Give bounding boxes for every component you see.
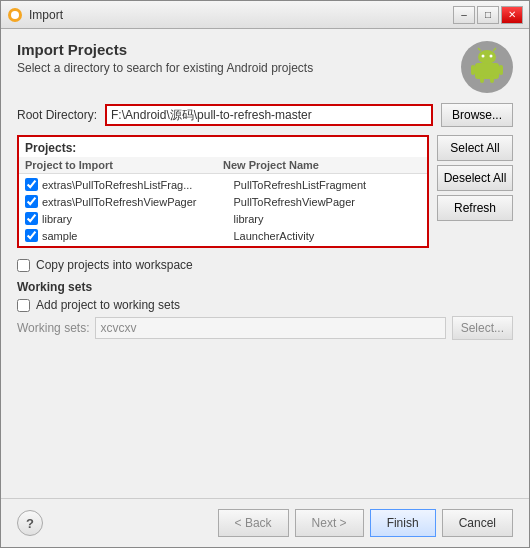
dialog-header: Import Projects Select a directory to se… [17, 41, 513, 93]
projects-section: Projects: Project to Import New Project … [17, 135, 429, 248]
svg-point-1 [11, 11, 19, 19]
col-newname-header: New Project Name [223, 159, 421, 171]
dialog-title-area: Import Projects Select a directory to se… [17, 41, 451, 75]
main-content: Import Projects Select a directory to se… [1, 29, 529, 494]
root-directory-row: Root Directory: Browse... [17, 103, 513, 127]
root-dir-label: Root Directory: [17, 108, 97, 122]
footer-left: ? [17, 510, 43, 536]
window-controls: – □ ✕ [453, 6, 523, 24]
table-row: extras\PullToRefreshViewPagerPullToRefre… [25, 193, 421, 210]
svg-rect-6 [480, 75, 484, 83]
project-newname-1: PullToRefreshViewPager [234, 196, 422, 208]
project-name-3: sample [42, 230, 230, 242]
project-name-2: library [42, 213, 230, 225]
help-button[interactable]: ? [17, 510, 43, 536]
table-row: extras\PullToRefreshListFrag...PullToRef… [25, 176, 421, 193]
svg-point-8 [478, 50, 496, 64]
projects-rows: extras\PullToRefreshListFrag...PullToRef… [19, 174, 427, 246]
android-logo [461, 41, 513, 93]
add-working-sets-checkbox[interactable] [17, 299, 30, 312]
svg-rect-5 [499, 65, 503, 75]
project-name-0: extras\PullToRefreshListFrag... [42, 179, 230, 191]
svg-rect-3 [475, 63, 499, 79]
projects-section-wrap: Projects: Project to Import New Project … [17, 135, 429, 248]
next-button[interactable]: Next > [295, 509, 364, 537]
cancel-button[interactable]: Cancel [442, 509, 513, 537]
projects-label: Projects: [19, 137, 427, 157]
title-bar: Import – □ ✕ [1, 1, 529, 29]
table-row: sampleLauncherActivity [25, 227, 421, 244]
copy-projects-row: Copy projects into workspace [17, 258, 513, 272]
col-project-header: Project to Import [25, 159, 223, 171]
project-checkbox-0[interactable] [25, 178, 38, 191]
project-checkbox-1[interactable] [25, 195, 38, 208]
working-sets-select-button[interactable]: Select... [452, 316, 513, 340]
side-buttons: Select All Deselect All Refresh [437, 135, 513, 221]
finish-button[interactable]: Finish [370, 509, 436, 537]
footer-separator [1, 498, 529, 499]
window-icon [7, 7, 23, 23]
footer-center: < Back Next > Finish Cancel [218, 509, 513, 537]
close-button[interactable]: ✕ [501, 6, 523, 24]
minimize-button[interactable]: – [453, 6, 475, 24]
dialog-subtitle: Select a directory to search for existin… [17, 61, 451, 75]
maximize-button[interactable]: □ [477, 6, 499, 24]
projects-outer: Projects: Project to Import New Project … [17, 135, 513, 248]
root-dir-input[interactable] [105, 104, 433, 126]
add-working-sets-label: Add project to working sets [36, 298, 180, 312]
table-row: librarylibrary [25, 210, 421, 227]
copy-projects-checkbox[interactable] [17, 259, 30, 272]
project-newname-3: LauncherActivity [234, 230, 422, 242]
projects-table-header: Project to Import New Project Name [19, 157, 427, 174]
deselect-all-button[interactable]: Deselect All [437, 165, 513, 191]
working-sets-section: Working sets Add project to working sets… [17, 280, 513, 340]
back-button[interactable]: < Back [218, 509, 289, 537]
copy-projects-label: Copy projects into workspace [36, 258, 193, 272]
select-all-button[interactable]: Select All [437, 135, 513, 161]
svg-rect-4 [471, 65, 475, 75]
refresh-button[interactable]: Refresh [437, 195, 513, 221]
project-newname-2: library [234, 213, 422, 225]
browse-button[interactable]: Browse... [441, 103, 513, 127]
svg-point-10 [490, 55, 493, 58]
project-name-1: extras\PullToRefreshViewPager [42, 196, 230, 208]
working-sets-add-row: Add project to working sets [17, 298, 513, 312]
footer-buttons: ? < Back Next > Finish Cancel [1, 503, 529, 547]
title-bar-label: Import [29, 8, 453, 22]
dialog-title: Import Projects [17, 41, 451, 58]
working-sets-title: Working sets [17, 280, 513, 294]
import-dialog: Import – □ ✕ Import Projects Select a di… [0, 0, 530, 548]
svg-point-9 [482, 55, 485, 58]
working-sets-input[interactable] [95, 317, 445, 339]
working-sets-field-row: Working sets: Select... [17, 316, 513, 340]
svg-rect-7 [490, 75, 494, 83]
project-checkbox-3[interactable] [25, 229, 38, 242]
project-newname-0: PullToRefreshListFragment [234, 179, 422, 191]
project-checkbox-2[interactable] [25, 212, 38, 225]
working-sets-field-label: Working sets: [17, 321, 89, 335]
